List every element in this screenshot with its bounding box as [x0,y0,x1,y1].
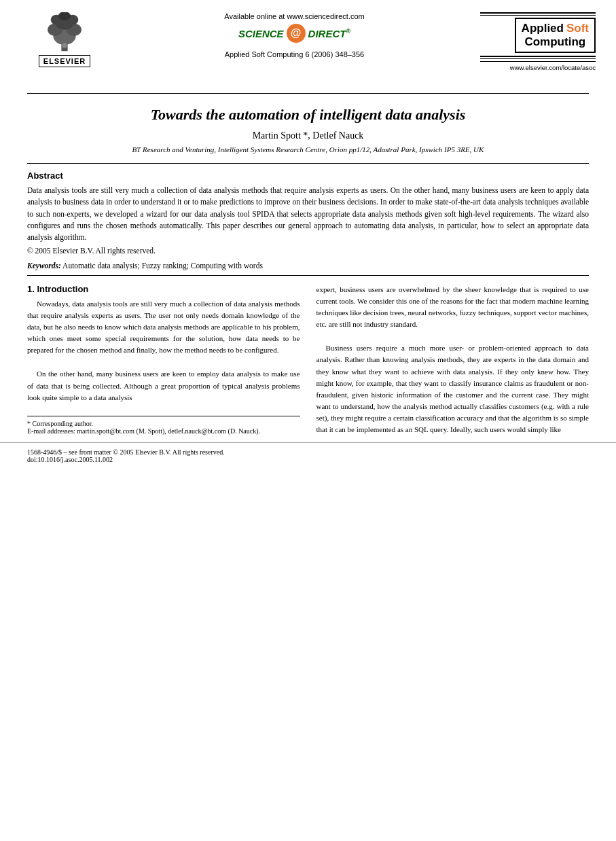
abstract-text: Data analysis tools are still very much … [27,185,589,243]
science-text: SCIENCE [238,28,284,39]
keywords-label: Keywords: [27,262,61,270]
page: ELSEVIER Available online at www.science… [0,0,616,841]
header-divider-2 [480,15,596,16]
intro-heading: 1. Introduction [27,284,300,294]
footnote-star: * Corresponding author. [27,420,300,427]
soft-label: Soft [566,22,589,35]
title-section: Towards the automation of intelligent da… [27,93,589,154]
two-column-body: 1. Introduction Nowadays, data analysis … [27,284,589,435]
paper-title: Towards the automation of intelligent da… [27,106,589,124]
right-paragraph-1: expert, business users are overwhelmed b… [316,284,590,330]
available-online-text: Available online at www.sciencedirect.co… [115,12,473,20]
keywords: Keywords: Automatic data analysis; Fuzzy… [27,262,589,270]
keywords-divider [27,275,589,276]
right-paragraph-2: Business users require a much more user-… [316,342,590,435]
sciencedirect-logo: SCIENCE @ DIRECT® [238,24,350,43]
right-column: expert, business users are overwhelmed b… [316,284,590,435]
authors: Martin Spott *, Detlef Nauck [27,130,589,141]
footer-doi: doi:10.1016/j.asoc.2005.11.002 [27,456,589,463]
footnote-area: * Corresponding author. E-mail addresses… [27,416,300,435]
header-divider-4 [480,58,596,59]
footnote-email: E-mail addresses: martin.spott@bt.com (M… [27,427,300,435]
keywords-text: Automatic data analysis; Fuzzy ranking; … [62,262,263,270]
left-column: 1. Introduction Nowadays, data analysis … [27,284,300,435]
journal-logo-section: Applied Soft Computing www.elsevier.com/… [480,12,596,71]
page-footer: 1568-4946/$ – see front matter © 2005 El… [0,442,616,463]
journal-header-center: Available online at www.sciencedirect.co… [109,12,480,58]
abstract-section: Abstract Data analysis tools are still v… [27,171,589,255]
applied-soft-computing-box: Applied Soft Computing [515,18,596,53]
intro-paragraph-2: On the other hand, many business users a… [27,368,300,403]
journal-name: Applied Soft Computing 6 (2006) 348–356 [115,50,473,58]
copyright: © 2005 Elsevier B.V. All rights reserved… [27,247,589,255]
intro-paragraph-1: Nowadays, data analysis tools are still … [27,298,300,356]
header-divider-3 [480,56,596,57]
footer-issn: 1568-4946/$ – see front matter © 2005 El… [27,448,589,456]
title-divider [27,163,589,164]
at-symbol: @ [287,24,306,43]
elsevier-label: ELSEVIER [39,55,90,67]
main-content: Towards the automation of intelligent da… [0,93,616,435]
abstract-heading: Abstract [27,171,589,181]
header-divider-1 [480,12,596,14]
journal-url: www.elsevier.com/locate/asoc [480,61,596,71]
elsevier-logo-section: ELSEVIER [20,12,109,67]
direct-text: DIRECT® [308,28,350,39]
applied-label: Applied [522,22,564,35]
authors-text: Martin Spott *, Detlef Nauck [253,130,364,141]
computing-label: Computing [524,35,585,48]
elsevier-tree-icon [41,12,88,53]
svg-point-8 [62,43,67,48]
affiliation: BT Research and Venturing, Intelligent S… [27,145,589,154]
header: ELSEVIER Available online at www.science… [0,0,616,78]
